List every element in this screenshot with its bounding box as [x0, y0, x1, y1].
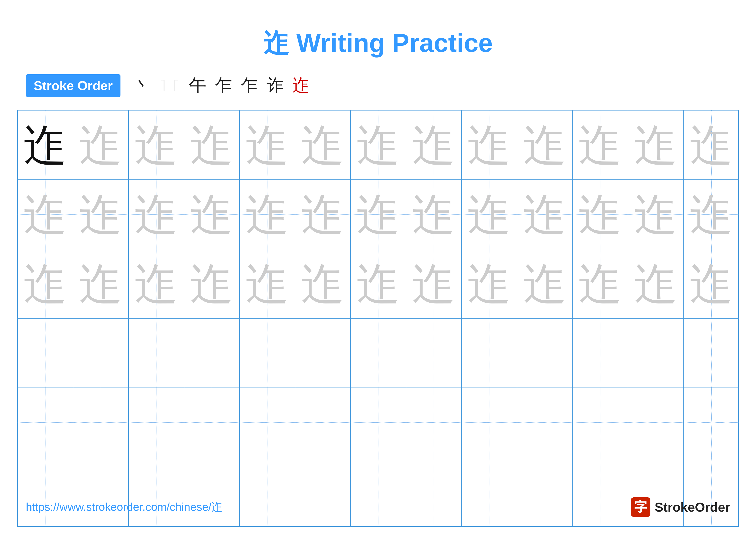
grid-cell[interactable]: [406, 388, 462, 457]
grid-cell[interactable]: 迮: [517, 111, 573, 179]
grid-cell[interactable]: 迮: [129, 249, 184, 318]
grid-cell[interactable]: [462, 388, 517, 457]
grid-cell[interactable]: [573, 388, 628, 457]
grid-cell[interactable]: [184, 388, 240, 457]
grid-cell[interactable]: 迮: [184, 249, 240, 318]
grid-cell[interactable]: [573, 318, 628, 388]
grid-cell[interactable]: 迮: [73, 180, 129, 249]
grid-cell[interactable]: 迮: [628, 111, 684, 179]
grid-cell[interactable]: 迮: [351, 249, 406, 318]
stroke-6: 乍: [241, 74, 258, 97]
grid-cell[interactable]: 迮: [184, 180, 240, 249]
grid-cell[interactable]: 迮: [517, 249, 573, 318]
grid-cell[interactable]: 迮: [351, 111, 406, 179]
grid-cell[interactable]: 迮: [129, 111, 184, 179]
grid-cell[interactable]: 迮: [18, 111, 73, 179]
stroke-order-badge: Stroke Order: [26, 74, 121, 97]
grid-cell[interactable]: 迮: [351, 180, 406, 249]
grid-cell[interactable]: [184, 318, 240, 388]
page-title: 迮 Writing Practice: [0, 0, 756, 74]
grid-cell[interactable]: 迮: [462, 180, 517, 249]
stroke-2: 𠃌: [159, 76, 166, 95]
grid-row: 迮迮迮迮迮迮迮迮迮迮迮迮迮: [18, 111, 738, 180]
grid-row: 迮迮迮迮迮迮迮迮迮迮迮迮迮: [18, 249, 738, 318]
stroke-3: 𠂇: [174, 76, 180, 95]
grid-cell[interactable]: 迮: [18, 180, 73, 249]
logo-text: StrokeOrder: [655, 500, 730, 515]
grid-row: [18, 318, 738, 388]
grid-cell[interactable]: 迮: [18, 249, 73, 318]
grid-cell[interactable]: 迮: [573, 111, 628, 179]
grid-cell[interactable]: 迮: [406, 111, 462, 179]
stroke-7: 诈: [267, 74, 284, 97]
grid-cell[interactable]: 迮: [129, 180, 184, 249]
grid-cell[interactable]: [684, 318, 739, 388]
stroke-8: 迮: [292, 74, 310, 97]
grid-cell[interactable]: 迮: [517, 180, 573, 249]
grid-cell[interactable]: [295, 388, 351, 457]
grid-cell[interactable]: [351, 388, 406, 457]
grid-cell[interactable]: [18, 388, 73, 457]
grid-cell[interactable]: [628, 318, 684, 388]
grid-cell[interactable]: 迮: [73, 111, 129, 179]
grid-cell[interactable]: [73, 388, 129, 457]
title-char: 迮: [263, 28, 289, 57]
grid-cell[interactable]: 迮: [628, 180, 684, 249]
grid-cell[interactable]: [628, 388, 684, 457]
grid-cell[interactable]: 迮: [573, 180, 628, 249]
footer-url[interactable]: https://www.strokeorder.com/chinese/迮: [26, 499, 223, 515]
grid-cell[interactable]: 迮: [628, 249, 684, 318]
grid-cell[interactable]: 迮: [462, 111, 517, 179]
grid-cell[interactable]: 迮: [240, 249, 295, 318]
grid-cell[interactable]: 迮: [184, 111, 240, 179]
grid-cell[interactable]: [240, 388, 295, 457]
logo-icon: 字: [631, 497, 650, 517]
stroke-order-section: Stroke Order 丶 𠃌 𠂇 午 乍 乍 诈 迮: [0, 74, 756, 97]
grid-cell[interactable]: 迮: [462, 249, 517, 318]
grid-cell[interactable]: 迮: [295, 111, 351, 179]
practice-grid: 迮迮迮迮迮迮迮迮迮迮迮迮迮迮迮迮迮迮迮迮迮迮迮迮迮迮迮迮迮迮迮迮迮迮迮迮迮迮迮: [17, 110, 739, 527]
stroke-sequence: 丶 𠃌 𠂇 午 乍 乍 诈 迮: [133, 74, 310, 97]
grid-cell[interactable]: [18, 318, 73, 388]
grid-cell[interactable]: 迮: [684, 249, 739, 318]
stroke-1: 丶: [133, 74, 150, 97]
grid-cell[interactable]: [351, 318, 406, 388]
grid-cell[interactable]: [406, 318, 462, 388]
grid-cell[interactable]: 迮: [684, 180, 739, 249]
grid-cell[interactable]: [517, 318, 573, 388]
title-text: Writing Practice: [289, 28, 493, 57]
grid-cell[interactable]: 迮: [406, 249, 462, 318]
grid-cell[interactable]: 迮: [406, 180, 462, 249]
grid-cell[interactable]: 迮: [295, 180, 351, 249]
grid-row: 迮迮迮迮迮迮迮迮迮迮迮迮迮: [18, 180, 738, 249]
grid-cell[interactable]: [684, 388, 739, 457]
stroke-5: 乍: [215, 74, 232, 97]
footer: https://www.strokeorder.com/chinese/迮 字 …: [0, 497, 756, 517]
grid-row: [18, 388, 738, 457]
grid-cell[interactable]: 迮: [573, 249, 628, 318]
grid-cell[interactable]: [240, 318, 295, 388]
grid-cell[interactable]: 迮: [73, 249, 129, 318]
grid-cell[interactable]: [462, 318, 517, 388]
grid-cell[interactable]: [517, 388, 573, 457]
grid-cell[interactable]: 迮: [240, 111, 295, 179]
grid-cell[interactable]: 迮: [295, 249, 351, 318]
grid-cell[interactable]: [129, 318, 184, 388]
grid-cell[interactable]: [129, 388, 184, 457]
grid-cell[interactable]: [295, 318, 351, 388]
grid-cell[interactable]: 迮: [240, 180, 295, 249]
grid-cell[interactable]: 迮: [684, 111, 739, 179]
footer-logo: 字 StrokeOrder: [631, 497, 730, 517]
stroke-4: 午: [189, 74, 206, 97]
grid-cell[interactable]: [73, 318, 129, 388]
